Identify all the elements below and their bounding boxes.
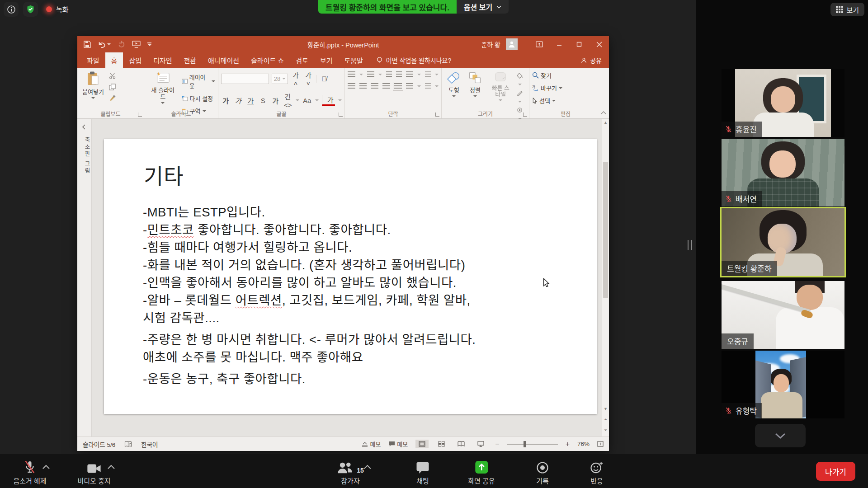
shape-fill-button[interactable] <box>517 73 526 87</box>
align-text-button[interactable] <box>394 83 402 89</box>
format-painter-button[interactable] <box>109 95 116 103</box>
arrange-button[interactable]: 정렬 <box>466 70 484 109</box>
scroll-down-arrow[interactable]: ▼ <box>602 407 609 411</box>
grow-font-button[interactable]: 가˄ <box>291 70 301 87</box>
meeting-info-button[interactable] <box>4 2 19 17</box>
clipboard-dialog-launcher[interactable] <box>138 113 142 117</box>
account-avatar[interactable] <box>506 38 518 50</box>
reading-view-button[interactable] <box>454 440 468 448</box>
tell-me-search[interactable]: 어떤 작업을 원하시나요? <box>376 52 451 68</box>
zoom-slider-thumb[interactable] <box>524 441 526 447</box>
gallery-view-button[interactable]: 보기 <box>830 3 864 16</box>
stop-video-button[interactable]: 비디오 중지 <box>77 460 110 485</box>
copy-button[interactable] <box>109 84 116 92</box>
language-indicator[interactable]: 한국어 <box>141 440 158 449</box>
increase-indent-button[interactable] <box>396 71 402 78</box>
tab-slideshow[interactable]: 슬라이드 쇼 <box>245 52 290 68</box>
change-case-button[interactable]: Aa <box>302 97 312 104</box>
tab-design[interactable]: 디자인 <box>147 52 178 68</box>
font-name-box[interactable] <box>221 74 269 84</box>
ribbon-display-options-button[interactable] <box>529 36 549 52</box>
comments-toggle[interactable]: 메모 <box>388 440 408 448</box>
columns-button[interactable] <box>406 83 414 89</box>
previous-slide-button[interactable]: ⏶ <box>602 417 609 422</box>
undo-dropdown-caret[interactable] <box>107 43 111 45</box>
tab-home[interactable]: 홈 <box>105 52 123 68</box>
tab-view[interactable]: 보기 <box>314 52 339 68</box>
cut-button[interactable] <box>109 73 116 80</box>
align-center-button[interactable] <box>359 83 367 89</box>
strikethrough-button[interactable]: S <box>259 97 268 104</box>
shape-outline-button[interactable] <box>517 90 526 104</box>
quick-styles-button[interactable]: 빠른 스타일 <box>487 70 514 109</box>
chat-button[interactable]: 채팅 <box>416 460 429 485</box>
participants-options-chevron[interactable] <box>364 465 371 472</box>
unmute-button[interactable]: 음소거 해제 <box>13 460 46 485</box>
align-right-button[interactable] <box>371 83 378 89</box>
redo-icon[interactable] <box>118 41 125 48</box>
justify-button[interactable] <box>382 83 390 89</box>
replace-button[interactable]: 가 바꾸기 <box>532 84 599 92</box>
underline-button[interactable]: 가 <box>246 96 255 105</box>
video-tile-active-speaker[interactable]: 트월킹 황준하 <box>720 207 846 277</box>
minimize-button[interactable] <box>549 36 569 52</box>
character-spacing-button[interactable]: 간˂˃ <box>283 92 293 109</box>
save-icon[interactable] <box>84 41 91 48</box>
video-tile[interactable]: 오중규 <box>722 281 844 349</box>
paste-button[interactable]: 붙여넣기 <box>80 70 106 109</box>
fit-to-window-icon[interactable] <box>597 441 604 447</box>
layout-button[interactable]: 레이아웃 <box>182 73 215 90</box>
tab-transitions[interactable]: 전환 <box>178 52 202 68</box>
video-options-chevron[interactable] <box>108 465 115 472</box>
scrollbar-thumb[interactable] <box>603 162 608 298</box>
slide-sorter-view-button[interactable] <box>435 440 448 448</box>
decrease-indent-button[interactable] <box>386 71 392 78</box>
font-dialog-launcher[interactable] <box>339 113 343 117</box>
tab-animations[interactable]: 애니메이션 <box>202 52 245 68</box>
select-button[interactable]: 선택 <box>532 96 599 105</box>
normal-view-button[interactable] <box>415 440 429 448</box>
video-tile[interactable]: 홍윤진 <box>722 69 844 137</box>
font-color-button[interactable]: 가 <box>322 95 335 106</box>
italic-button[interactable]: 가 <box>234 96 243 105</box>
thumbnails-pane-collapsed[interactable]: 축소판 그림 <box>77 119 92 436</box>
record-button[interactable]: 기록 <box>536 460 549 485</box>
panel-resize-handle[interactable] <box>688 240 692 250</box>
tab-review[interactable]: 검토 <box>290 52 314 68</box>
convert-smartart-button[interactable] <box>425 83 431 89</box>
drawing-dialog-launcher[interactable] <box>523 113 527 117</box>
audio-options-chevron[interactable] <box>42 465 50 472</box>
close-button[interactable] <box>589 36 609 52</box>
clear-formatting-button[interactable]: 가̸ <box>316 75 329 83</box>
view-options-button[interactable]: 옵션 보기 <box>457 0 509 14</box>
tab-file[interactable]: 파일 <box>81 52 105 68</box>
zoom-in-button[interactable]: + <box>566 440 570 448</box>
paragraph-dialog-launcher[interactable] <box>435 113 439 117</box>
customize-qat-button[interactable] <box>147 42 151 46</box>
new-slide-button[interactable]: 새 슬라이드 <box>147 70 179 109</box>
shapes-button[interactable]: 도형 <box>444 70 463 109</box>
line-spacing-button[interactable] <box>406 71 414 78</box>
numbering-button[interactable] <box>367 71 375 78</box>
video-tile[interactable]: 배서연 <box>722 139 844 206</box>
share-screen-button[interactable]: 화면 공유 <box>468 460 495 485</box>
align-left-button[interactable] <box>348 83 355 89</box>
slideshow-view-button[interactable] <box>474 440 487 448</box>
tab-help[interactable]: 도움말 <box>338 52 368 68</box>
encryption-shield-button[interactable] <box>23 2 38 17</box>
share-button[interactable]: 공유 <box>580 52 609 68</box>
zoom-slider[interactable] <box>507 444 558 445</box>
ppt-titlebar[interactable]: 황준하.pptx - PowerPoint 준하 황 <box>77 36 609 52</box>
account-name[interactable]: 준하 황 <box>481 40 500 49</box>
notes-toggle[interactable]: 메모 <box>362 440 381 448</box>
undo-button[interactable] <box>98 41 111 48</box>
slide-indicator[interactable]: 슬라이드 5/6 <box>83 440 115 449</box>
maximize-button[interactable] <box>569 36 589 52</box>
find-button[interactable]: 찾기 <box>532 71 599 80</box>
vertical-scrollbar[interactable]: ▲ ▼ ⏶ ⏷ <box>602 119 609 436</box>
zoom-level[interactable]: 76% <box>577 441 590 447</box>
leave-meeting-button[interactable]: 나가기 <box>816 462 855 481</box>
shrink-font-button[interactable]: 가˅ <box>303 70 313 87</box>
scroll-up-arrow[interactable]: ▲ <box>602 120 609 125</box>
bullets-button[interactable] <box>348 71 355 78</box>
